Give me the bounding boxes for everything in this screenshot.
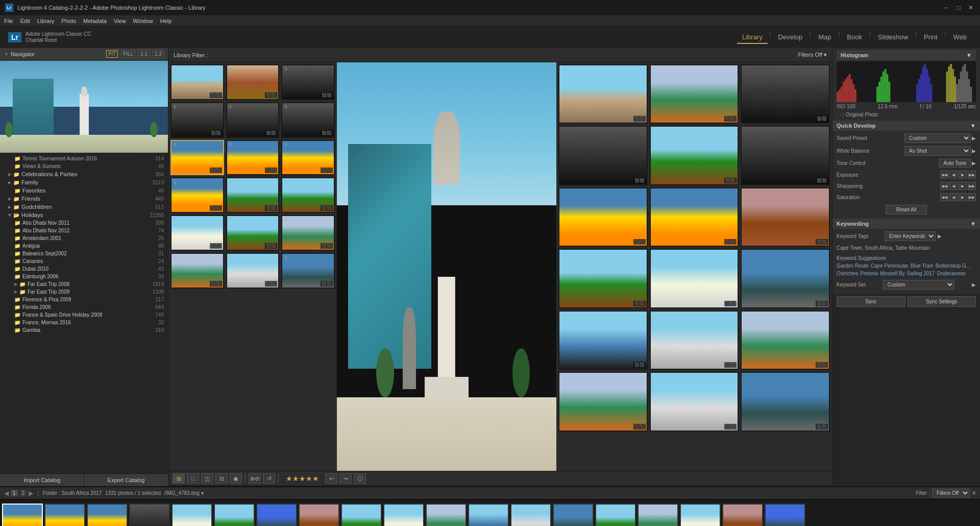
- thumbnail[interactable]: 1 ⬛⬛: [170, 253, 224, 289]
- thumbnail[interactable]: ⬛⬛: [741, 126, 830, 185]
- info-button[interactable]: ⓘ: [354, 473, 366, 484]
- film-thumb[interactable]: ⬛⬛: [722, 504, 763, 527]
- menu-edit[interactable]: Edit: [20, 18, 30, 24]
- tone-arrow[interactable]: ▶: [972, 160, 976, 166]
- grid-right[interactable]: ⬛⬛ ⬛⬛ ⬛⬛ ⬛⬛: [556, 62, 832, 471]
- thumbnail[interactable]: ⬛⬛: [741, 372, 830, 431]
- film-thumb[interactable]: ⬛⬛: [468, 504, 509, 527]
- saved-preset-select[interactable]: Custom: [904, 133, 971, 143]
- filters-off[interactable]: Filters Off ▾: [798, 52, 827, 58]
- page-num-1[interactable]: 1: [11, 490, 18, 496]
- thumbnail[interactable]: 2 ⬛⬛: [226, 215, 280, 251]
- tab-library[interactable]: Library: [737, 31, 768, 44]
- sharpening-down[interactable]: ◀: [949, 182, 958, 190]
- film-thumb[interactable]: ⬛⬛: [765, 504, 805, 527]
- sharpening-up[interactable]: ▶: [959, 182, 967, 190]
- thumbnail[interactable]: ⬛⬛: [741, 64, 830, 124]
- film-thumb[interactable]: ⬛⬛: [87, 504, 128, 527]
- folder-item[interactable]: ▶ 📁 Celebrations & Parties 356: [0, 170, 168, 178]
- folder-item[interactable]: 📁 Favorites 49: [0, 186, 168, 195]
- exposure-up[interactable]: ▶: [959, 171, 967, 179]
- prev-button[interactable]: ↩: [325, 473, 337, 484]
- filmstrip[interactable]: ⬛⬛ ⬛⬛ ⬛⬛ ⬛⬛ ⬛⬛ ⬛⬛ ⬛⬛ ⬛⬛: [0, 499, 980, 526]
- folder-item[interactable]: 📁 Edinburgh 2006 33: [0, 273, 168, 280]
- survey-view-button[interactable]: ⊟: [215, 473, 228, 484]
- kwset-arrow[interactable]: ▶: [972, 282, 976, 288]
- close-button[interactable]: ✕: [967, 4, 975, 12]
- thumbnail[interactable]: ⬛⬛: [741, 310, 830, 370]
- thumbnail[interactable]: ⬛⬛: [741, 187, 830, 247]
- filter-close[interactable]: ✕: [972, 490, 976, 496]
- thumbnail[interactable]: 3 ⬛⬛: [281, 64, 335, 100]
- film-thumb[interactable]: ⬛⬛: [341, 504, 382, 527]
- quickdev-header[interactable]: Quick Develop ▼: [832, 121, 980, 131]
- thumbnail[interactable]: ⬛⬛: [558, 249, 648, 308]
- thumbnail[interactable]: 2 ⬛⬛: [226, 177, 280, 213]
- film-thumb[interactable]: ⬛⬛: [510, 504, 551, 527]
- page-num-2[interactable]: 2: [20, 490, 27, 496]
- film-thumb[interactable]: ⬛⬛: [256, 504, 297, 527]
- folder-item[interactable]: 📁 France, Mornas 2016 32: [0, 319, 168, 326]
- folder-item[interactable]: 📁 Antigua 80: [0, 242, 168, 250]
- white-balance-select[interactable]: As Shot: [904, 146, 971, 156]
- folder-family[interactable]: ▶ 📁 Family 3113: [0, 178, 168, 186]
- folder-item[interactable]: ▶ 📁 Godchildren 512: [0, 203, 168, 211]
- sort-button[interactable]: ⊕⊖: [249, 473, 261, 484]
- thumbnail[interactable]: ⬛⬛: [558, 64, 648, 124]
- folder-item[interactable]: ▶ 📁 Far East Trip 2009 1108: [0, 288, 168, 296]
- suggestion-item[interactable]: Sailing 2017: [907, 271, 935, 276]
- zoom-fit[interactable]: FIT: [106, 50, 118, 58]
- keyword-arrow[interactable]: ▶: [938, 233, 942, 239]
- menu-photo[interactable]: Photo: [61, 18, 76, 24]
- suggestion-item[interactable]: Botlierskop G...: [936, 263, 970, 269]
- thumbnail[interactable]: 3 ⬛⬛: [281, 253, 335, 289]
- quickdev-collapse[interactable]: ▼: [970, 123, 976, 129]
- wb-arrow[interactable]: ▶: [972, 148, 976, 154]
- tab-web[interactable]: Web: [948, 31, 972, 44]
- thumbnail[interactable]: ⬛⬛: [558, 310, 648, 370]
- folder-item[interactable]: 📁 Florence & Pisa 2009 217: [0, 296, 168, 303]
- saturation-down[interactable]: ◀: [949, 193, 958, 201]
- navigator-header[interactable]: ▼ Navigator FIT FILL 1:1 1:2: [0, 48, 168, 60]
- thumbnail[interactable]: 2 ⬛⬛: [226, 64, 280, 100]
- page-next-button[interactable]: ▶: [29, 490, 33, 497]
- keyword-tags-select[interactable]: Enter Keywords: [885, 231, 936, 241]
- navigator-zoom-controls[interactable]: FIT FILL 1:1 1:2: [106, 50, 164, 58]
- reset-all-button[interactable]: Reset All: [886, 205, 927, 214]
- folder-item[interactable]: 📁 Florida 2006 644: [0, 303, 168, 311]
- thumbnail[interactable]: 2 ⬛⬛: [226, 253, 280, 289]
- film-thumb[interactable]: ⬛⬛: [214, 504, 255, 527]
- navigator-preview[interactable]: [0, 61, 168, 153]
- film-thumb[interactable]: ⬛⬛: [299, 504, 339, 527]
- thumbnail[interactable]: 3 ⬛⬛: [281, 177, 335, 213]
- sharpening-down-large[interactable]: ◀◀: [940, 182, 948, 190]
- tab-book[interactable]: Book: [842, 31, 867, 44]
- folder-item[interactable]: 📁 Tennis Tournament Autumn 2016 314: [0, 155, 168, 162]
- folder-item[interactable]: 📁 Amsterdam 2001 25: [0, 234, 168, 242]
- film-thumb[interactable]: ⬛⬛: [44, 504, 85, 527]
- tab-map[interactable]: Map: [813, 31, 836, 44]
- folder-item[interactable]: 📁 Canaries 24: [0, 257, 168, 265]
- thumbnail[interactable]: ⬛⬛: [650, 64, 739, 124]
- thumbnail[interactable]: ⬛⬛: [558, 126, 648, 185]
- thumbnail[interactable]: 3 ⬛⬛: [281, 140, 335, 176]
- suggestion-item[interactable]: Blue Train: [911, 263, 934, 269]
- thumbnail[interactable]: ⬛⬛: [650, 187, 739, 247]
- thumbnail[interactable]: 2 ⬛⬛: [226, 102, 280, 138]
- sync-button[interactable]: Sync: [837, 296, 905, 307]
- preset-arrow[interactable]: ▶: [972, 135, 976, 141]
- menu-metadata[interactable]: Metadata: [83, 18, 107, 24]
- film-thumb[interactable]: ⬛⬛: [383, 504, 424, 527]
- rotate-ccw-button[interactable]: ↺: [263, 473, 275, 484]
- folder-item[interactable]: ▶ 📁 Friends 449: [0, 195, 168, 203]
- keywording-collapse[interactable]: ▼: [970, 221, 976, 227]
- folder-item[interactable]: 📁 Views & Sunsets 45: [0, 162, 168, 170]
- zoom-fill[interactable]: FILL: [121, 50, 135, 58]
- film-thumb[interactable]: ⬛⬛: [553, 504, 594, 527]
- film-thumb[interactable]: ⬛⬛: [638, 504, 678, 527]
- saturation-down-large[interactable]: ◀◀: [940, 193, 948, 201]
- exposure-up-large[interactable]: ▶▶: [968, 171, 976, 179]
- suggestion-item[interactable]: Garden Route: [837, 263, 869, 269]
- menu-view[interactable]: View: [114, 18, 126, 24]
- film-thumb[interactable]: ⬛⬛: [172, 504, 212, 527]
